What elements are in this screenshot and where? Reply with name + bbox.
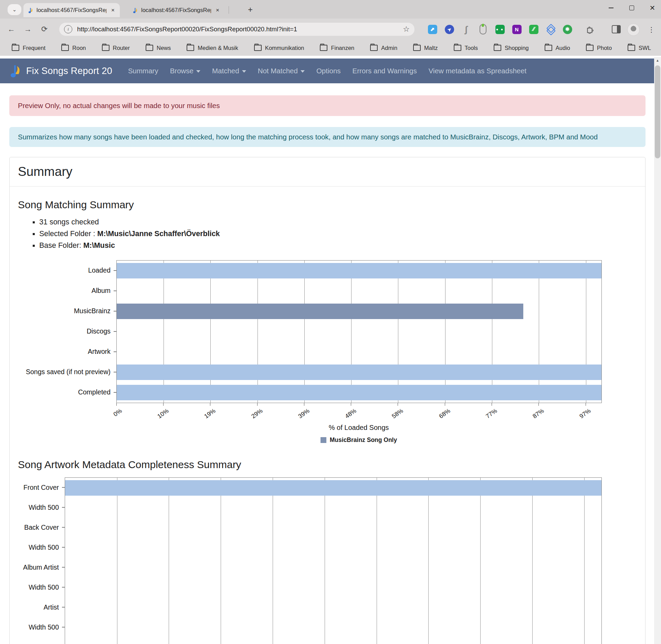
nav-item-label: Errors and Warnings bbox=[353, 67, 417, 75]
nav-item-errors-and-warnings[interactable]: Errors and Warnings bbox=[353, 67, 417, 75]
folder-icon bbox=[454, 45, 461, 51]
bookmark-folder-item[interactable]: Finanzen bbox=[320, 45, 354, 51]
forward-icon[interactable]: → bbox=[22, 23, 34, 35]
browser-menu-icon[interactable]: ⋮ bbox=[648, 25, 655, 34]
tab-1[interactable]: localhost:4567/FixSongsReport0 × bbox=[23, 3, 120, 17]
app-navbar: Fix Songs Report 20 SummaryBrowseMatched… bbox=[0, 59, 654, 83]
chart-gridline bbox=[273, 478, 273, 644]
folder-icon bbox=[413, 45, 421, 51]
nav-item-options[interactable]: Options bbox=[316, 67, 341, 75]
tab-close-icon[interactable]: × bbox=[214, 7, 221, 14]
chart-gridline bbox=[210, 261, 211, 403]
chart-category-label: Artist bbox=[18, 597, 65, 617]
summary-card-body: Song Matching Summary 31 songs checkedSe… bbox=[10, 199, 645, 644]
sidebar-toggle-icon[interactable] bbox=[611, 24, 622, 35]
chart-gridline bbox=[117, 478, 117, 644]
bookmark-folder-item[interactable]: Audio bbox=[545, 45, 570, 51]
folder-icon bbox=[187, 45, 194, 51]
url-text[interactable]: http://localhost:4567/FixSongsReport0002… bbox=[77, 25, 403, 33]
scrollbar-up-icon[interactable]: ▲ bbox=[654, 59, 661, 62]
nav-item-label: Summary bbox=[128, 67, 158, 75]
layers-extension-icon[interactable] bbox=[545, 24, 556, 35]
chart-gridline bbox=[258, 261, 258, 403]
tab-2[interactable]: localhost:4567/FixSongsReport0 × bbox=[128, 3, 224, 17]
chart-legend: MusicBrainz Song Only bbox=[116, 436, 601, 444]
back-icon[interactable]: ← bbox=[6, 23, 17, 35]
tab-divider bbox=[229, 6, 229, 14]
chart-bar-musicbrainz bbox=[117, 304, 523, 319]
profile-avatar[interactable] bbox=[627, 23, 640, 36]
reload-icon[interactable]: ⟳ bbox=[39, 23, 50, 35]
bookmark-folder-item[interactable]: Frequent bbox=[12, 45, 45, 51]
bookmark-folder-item[interactable]: Photo bbox=[586, 45, 612, 51]
folder-icon bbox=[545, 45, 552, 51]
send-extension-icon[interactable]: ➤ bbox=[444, 24, 455, 35]
chart-category-label: Width 500 bbox=[18, 617, 65, 637]
bookmark-folder-item[interactable]: Medien & Musik bbox=[187, 45, 238, 51]
address-bar[interactable]: i http://localhost:4567/FixSongsReport00… bbox=[59, 23, 415, 36]
tab-search-button[interactable]: ⌄ bbox=[8, 4, 21, 15]
page-viewport: Fix Songs Report 20 SummaryBrowseMatched… bbox=[0, 56, 661, 644]
chevron-down-icon bbox=[196, 70, 200, 73]
nav-item-matched[interactable]: Matched bbox=[212, 67, 246, 75]
bookmark-folder-item[interactable]: Kommunikation bbox=[254, 45, 304, 51]
extensions-puzzle-icon[interactable] bbox=[585, 24, 596, 35]
bookmark-star-icon[interactable]: ☆ bbox=[403, 25, 410, 34]
chart-category-label: Artwork bbox=[18, 341, 116, 362]
summary-info-alert: Summarizes how many songs have been load… bbox=[9, 127, 646, 147]
site-info-icon[interactable]: i bbox=[64, 25, 72, 33]
x-tick-mark bbox=[163, 403, 164, 406]
folder-icon bbox=[628, 45, 635, 51]
chart-gridline bbox=[169, 478, 169, 644]
bookmark-folder-item[interactable]: Router bbox=[102, 45, 130, 51]
summary-bullet-list: 31 songs checkedSelected Folder : M:\Mus… bbox=[18, 216, 637, 251]
app-brand[interactable]: Fix Songs Report 20 bbox=[10, 64, 112, 78]
nav-item-not-matched[interactable]: Not Matched bbox=[258, 67, 305, 75]
chart-category-label: Composer bbox=[18, 637, 65, 644]
close-button[interactable]: ✕ bbox=[647, 3, 658, 13]
nav-item-view-metadata-as-spreadsheet[interactable]: View metadata as Spreadsheet bbox=[429, 67, 527, 75]
chart-category-label: Songs saved (if not preview) bbox=[18, 362, 116, 382]
nav-items: SummaryBrowseMatchedNot MatchedOptionsEr… bbox=[128, 67, 526, 75]
preview-warning-text: Preview Only, no actual changes will be … bbox=[18, 102, 220, 110]
chart-gridline bbox=[586, 261, 586, 403]
page-scrollbar[interactable]: ▲ bbox=[654, 57, 661, 644]
bookmark-folder-item[interactable]: Admin bbox=[370, 45, 397, 51]
scrollbar-thumb[interactable] bbox=[655, 65, 660, 158]
feedly-extension-icon[interactable]: ∕∕ bbox=[528, 24, 539, 35]
tab-strip: ⌄ localhost:4567/FixSongsReport0 × local… bbox=[0, 0, 661, 19]
bookmark-folder-item[interactable]: Tools bbox=[454, 45, 478, 51]
nav-item-label: Matched bbox=[212, 67, 239, 75]
bookmark-folder-item[interactable]: SWL bbox=[628, 45, 651, 51]
bookmark-folder-item[interactable]: News bbox=[146, 45, 171, 51]
bookmark-label: Admin bbox=[381, 45, 397, 51]
chart-gridline bbox=[532, 478, 533, 644]
chart-bar-loaded bbox=[117, 263, 601, 278]
minimize-button[interactable] bbox=[605, 3, 617, 13]
new-tab-button[interactable]: + bbox=[245, 4, 255, 15]
bookmark-label: Kommunikation bbox=[265, 45, 304, 51]
onenote-extension-icon[interactable]: N bbox=[511, 24, 522, 35]
bookmark-folder-item[interactable]: Maltz bbox=[413, 45, 438, 51]
chart-plot-area bbox=[116, 260, 602, 403]
music-note-favicon bbox=[28, 7, 33, 13]
chart-category-labels: Front CoverWidth 500Back CoverWidth 500A… bbox=[18, 477, 65, 644]
roboform-extension-icon[interactable]: ● ● bbox=[494, 24, 505, 35]
legend-swatch bbox=[321, 437, 326, 443]
share-extension-icon[interactable]: ⬈ bbox=[427, 24, 438, 35]
tab-close-icon[interactable]: × bbox=[109, 7, 116, 14]
chart-gridline bbox=[351, 261, 352, 403]
health-extension-icon[interactable]: ❋ bbox=[562, 24, 573, 35]
chart-category-label: Loaded bbox=[18, 260, 116, 281]
stripe-extension-icon[interactable]: ∫ bbox=[461, 24, 472, 35]
bookmark-folder-item[interactable]: Roon bbox=[61, 45, 86, 51]
window-controls: ✕ bbox=[605, 2, 658, 14]
nav-item-summary[interactable]: Summary bbox=[128, 67, 158, 75]
browser-window: ⌄ localhost:4567/FixSongsReport0 × local… bbox=[0, 0, 661, 644]
nav-item-browse[interactable]: Browse bbox=[170, 67, 200, 75]
mouse-extension-icon[interactable] bbox=[478, 24, 489, 35]
bookmark-label: Photo bbox=[597, 45, 612, 51]
bookmark-label: Router bbox=[113, 45, 130, 51]
maximize-button[interactable] bbox=[626, 3, 638, 13]
bookmark-folder-item[interactable]: Shopping bbox=[494, 45, 529, 51]
